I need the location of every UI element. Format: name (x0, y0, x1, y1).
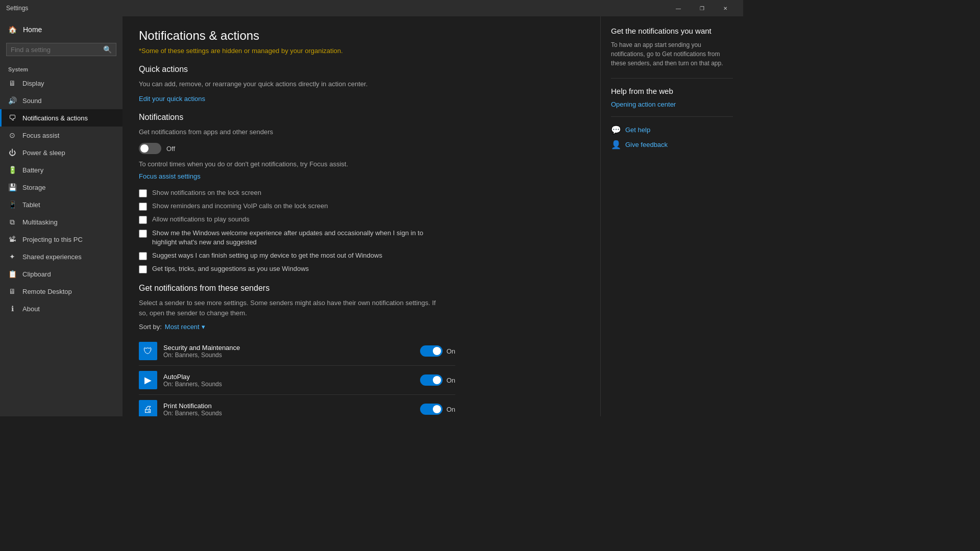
checkbox-voip: Show reminders and incoming VoIP calls o… (139, 202, 584, 211)
tablet-icon: 📱 (8, 201, 16, 209)
right-panel-notifications-title: Get the notifications you want (611, 27, 733, 35)
notifications-toggle-row: Off (139, 143, 584, 154)
tips-label: Get tips, tricks, and suggestions as you… (152, 264, 309, 273)
senders-desc: Select a sender to see more settings. So… (139, 298, 445, 318)
sidebar-item-shared[interactable]: ✦ Shared experiences (0, 248, 122, 265)
sidebar-item-battery[interactable]: 🔋 Battery (0, 161, 122, 179)
clipboard-icon: 📋 (8, 270, 16, 278)
sidebar-item-projecting[interactable]: 📽 Projecting to this PC (0, 231, 122, 248)
app-container: 🏠 Home 🔍 System 🖥 Display 🔊 Sound 🗨 Noti… (0, 16, 743, 416)
focus-icon: ⊙ (8, 131, 16, 139)
focus-assist-link[interactable]: Focus assist settings (139, 172, 201, 180)
suggest-checkbox[interactable] (139, 252, 147, 260)
checkbox-welcome: Show me the Windows welcome experience a… (139, 229, 584, 247)
lock-screen-checkbox[interactable] (139, 189, 147, 197)
about-icon: ℹ (8, 305, 16, 313)
lock-screen-label: Show notifications on the lock screen (152, 188, 261, 197)
close-button[interactable]: ✕ (714, 0, 737, 16)
multitasking-icon: ⧉ (8, 218, 16, 226)
sidebar-label-storage: Storage (22, 184, 46, 191)
sidebar-label-remote: Remote Desktop (22, 288, 72, 295)
system-section-label: System (0, 60, 122, 74)
display-icon: 🖥 (8, 79, 16, 87)
right-panel-divider (611, 78, 733, 79)
security-on-label: On (447, 347, 455, 355)
print-toggle[interactable] (420, 404, 443, 415)
welcome-checkbox[interactable] (139, 230, 147, 238)
security-toggle-area: On (420, 345, 455, 357)
home-icon: 🏠 (8, 26, 17, 34)
notifications-toggle[interactable] (139, 143, 161, 154)
sort-label: Sort by: (139, 323, 162, 331)
sidebar-label-about: About (22, 305, 40, 313)
storage-icon: 💾 (8, 183, 16, 191)
page-title: Notifications & actions (139, 29, 584, 43)
security-toggle[interactable] (420, 345, 443, 357)
senders-title: Get notifications from these senders (139, 284, 584, 293)
org-notice: *Some of these settings are hidden or ma… (139, 47, 584, 55)
projecting-icon: 📽 (8, 235, 16, 243)
shared-icon: ✦ (8, 253, 16, 261)
restore-button[interactable]: ❐ (690, 0, 714, 16)
sidebar-item-focus[interactable]: ⊙ Focus assist (0, 127, 122, 144)
quick-actions-title: Quick actions (139, 65, 584, 74)
sidebar-item-power[interactable]: ⏻ Power & sleep (0, 144, 122, 161)
get-help-link[interactable]: Get help (625, 126, 650, 134)
sidebar-item-sound[interactable]: 🔊 Sound (0, 92, 122, 109)
sidebar-item-remote[interactable]: 🖥 Remote Desktop (0, 283, 122, 300)
tips-checkbox[interactable] (139, 265, 147, 273)
sidebar-label-power: Power & sleep (22, 149, 65, 157)
give-feedback-icon: 👤 (611, 140, 621, 149)
sidebar-label-battery: Battery (22, 166, 43, 174)
notifications-title: Notifications (139, 113, 584, 122)
sidebar-label-projecting: Projecting to this PC (22, 236, 83, 243)
right-panel-divider2 (611, 116, 733, 117)
title-bar-title: Settings (6, 5, 667, 12)
print-sender-sub: On: Banners, Sounds (163, 410, 414, 416)
sounds-checkbox[interactable] (139, 216, 147, 224)
get-help-item: 💬 Get help (611, 125, 733, 135)
sender-item-security[interactable]: 🛡 Security and Maintenance On: Banners, … (139, 337, 455, 366)
sidebar-label-tablet: Tablet (22, 201, 40, 209)
get-notifications-section: Get the notifications you want To have a… (611, 27, 733, 68)
sound-icon: 🔊 (8, 96, 16, 105)
print-toggle-area: On (420, 404, 455, 415)
sender-item-autoplay[interactable]: ▶ AutoPlay On: Banners, Sounds On (139, 366, 455, 395)
checkbox-tips: Get tips, tricks, and suggestions as you… (139, 264, 584, 273)
sidebar-item-about[interactable]: ℹ About (0, 300, 122, 317)
minimize-button[interactable]: — (667, 0, 690, 16)
sort-dropdown[interactable]: Most recent ▾ (165, 323, 205, 331)
checkbox-suggest: Suggest ways I can finish setting up my … (139, 251, 584, 260)
edit-quick-actions-link[interactable]: Edit your quick actions (139, 95, 205, 103)
sidebar-item-clipboard[interactable]: 📋 Clipboard (0, 265, 122, 283)
sender-item-print[interactable]: 🖨 Print Notification On: Banners, Sounds… (139, 395, 455, 416)
autoplay-sender-sub: On: Banners, Sounds (163, 381, 414, 388)
search-input[interactable] (11, 46, 103, 54)
autoplay-toggle[interactable] (420, 374, 443, 386)
voip-label: Show reminders and incoming VoIP calls o… (152, 202, 328, 211)
get-notifications-label: Get notifications from apps and other se… (139, 127, 445, 137)
focus-assist-desc: To control times when you do or don't ge… (139, 160, 445, 168)
voip-checkbox[interactable] (139, 203, 147, 211)
search-box: 🔍 (6, 43, 116, 56)
remote-icon: 🖥 (8, 287, 16, 295)
title-bar: Settings — ❐ ✕ (0, 0, 743, 16)
home-button[interactable]: 🏠 Home (0, 20, 122, 39)
give-feedback-link[interactable]: Give feedback (625, 141, 668, 148)
sidebar-item-notifications[interactable]: 🗨 Notifications & actions (0, 109, 122, 127)
print-on-label: On (447, 406, 455, 413)
sidebar-item-display[interactable]: 🖥 Display (0, 74, 122, 92)
chevron-down-icon: ▾ (202, 323, 205, 331)
sidebar-item-storage[interactable]: 💾 Storage (0, 179, 122, 196)
sounds-label: Allow notifications to play sounds (152, 215, 250, 224)
sidebar-item-tablet[interactable]: 📱 Tablet (0, 196, 122, 213)
title-bar-controls: — ❐ ✕ (667, 0, 737, 16)
autoplay-toggle-area: On (420, 374, 455, 386)
opening-action-center-link[interactable]: Opening action center (611, 101, 733, 108)
security-sender-icon: 🛡 (139, 342, 157, 360)
sidebar-item-multitasking[interactable]: ⧉ Multitasking (0, 213, 122, 231)
battery-icon: 🔋 (8, 166, 16, 174)
sort-row: Sort by: Most recent ▾ (139, 323, 584, 331)
checkbox-sounds: Allow notifications to play sounds (139, 215, 584, 224)
help-from-web-title: Help from the web (611, 87, 733, 95)
